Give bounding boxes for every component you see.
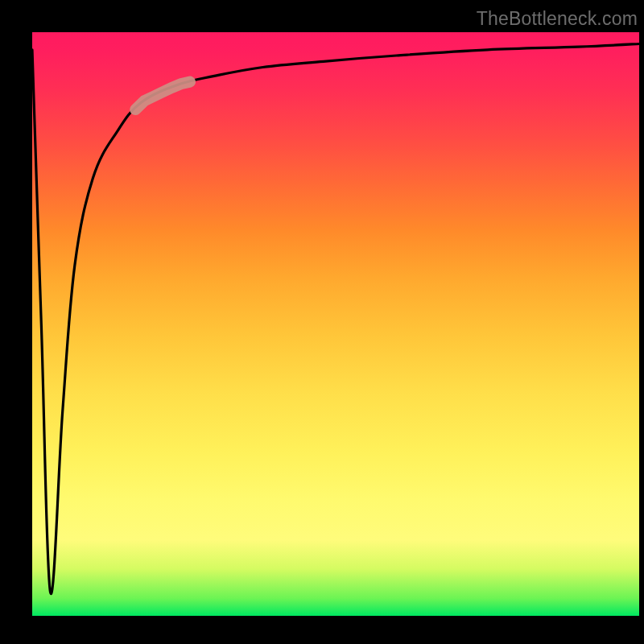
bottleneck-curve bbox=[32, 44, 639, 594]
curve-highlight-segment bbox=[135, 82, 190, 110]
chart-frame: TheBottleneck.com bbox=[0, 0, 644, 644]
watermark-text: TheBottleneck.com bbox=[477, 8, 638, 30]
curve-layer bbox=[32, 32, 639, 616]
